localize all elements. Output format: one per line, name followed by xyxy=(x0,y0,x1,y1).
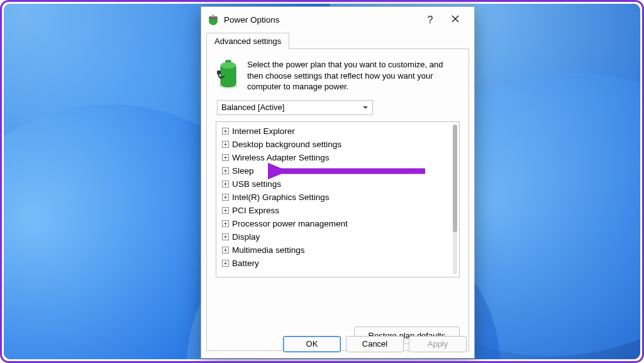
tree-item[interactable]: Wireless Adapter Settings xyxy=(222,151,457,164)
tree-item-label: Wireless Adapter Settings xyxy=(232,153,330,162)
close-button[interactable] xyxy=(441,11,469,30)
cancel-label: Cancel xyxy=(362,339,387,349)
window-title: Power Options xyxy=(224,15,280,25)
tree-item[interactable]: Multimedia settings xyxy=(222,243,457,257)
tab-label: Advanced settings xyxy=(214,36,281,46)
tree-item-label: Desktop background settings xyxy=(232,140,341,149)
tree-item-label: Multimedia settings xyxy=(232,245,305,255)
close-icon xyxy=(452,15,459,25)
tree-item[interactable]: Processor power management xyxy=(222,217,457,230)
svg-rect-2 xyxy=(213,14,214,17)
tab-panel: Select the power plan that you want to c… xyxy=(206,49,469,351)
tree-item[interactable]: Desktop background settings xyxy=(222,138,457,151)
expand-icon[interactable] xyxy=(222,194,229,201)
tree-item[interactable]: USB settings xyxy=(222,177,457,191)
svg-rect-5 xyxy=(217,70,221,74)
apply-button[interactable]: Apply xyxy=(409,336,467,352)
tree-item-label: PCI Express xyxy=(232,206,279,215)
help-button[interactable]: ? xyxy=(419,11,441,30)
expand-icon[interactable] xyxy=(222,260,229,267)
tab-strip: Advanced settings xyxy=(206,33,469,49)
tree-item-label: Sleep xyxy=(232,166,254,176)
tree-item-label: Battery xyxy=(232,259,259,268)
intro-text: Select the power plan that you want to c… xyxy=(247,59,458,92)
tree-item[interactable]: Display xyxy=(222,230,457,243)
power-plan-selected: Balanced [Active] xyxy=(221,103,284,112)
dialog-button-row: OK Cancel Apply xyxy=(201,330,474,358)
settings-tree[interactable]: Internet ExplorerDesktop background sett… xyxy=(216,121,460,277)
battery-icon xyxy=(217,59,240,89)
tree-item-label: Display xyxy=(232,232,260,242)
ok-button[interactable]: OK xyxy=(283,336,341,352)
expand-icon[interactable] xyxy=(222,128,229,135)
scrollbar[interactable] xyxy=(453,125,457,274)
tree-item[interactable]: Battery xyxy=(222,257,457,270)
cancel-button[interactable]: Cancel xyxy=(346,336,404,352)
tree-item-label: Internet Explorer xyxy=(232,126,295,136)
expand-icon[interactable] xyxy=(222,207,229,214)
apply-label: Apply xyxy=(428,339,448,349)
tree-item-label: USB settings xyxy=(232,179,281,189)
power-options-icon xyxy=(208,14,219,26)
tree-item[interactable]: Internet Explorer xyxy=(222,125,457,138)
power-options-dialog: Power Options ? Advanced settings xyxy=(201,6,475,359)
expand-icon[interactable] xyxy=(222,154,229,161)
power-plan-dropdown[interactable]: Balanced [Active] xyxy=(217,100,373,115)
tree-item[interactable]: Sleep xyxy=(222,164,457,177)
ok-label: OK xyxy=(306,339,318,349)
intro-block: Select the power plan that you want to c… xyxy=(217,59,458,92)
expand-icon[interactable] xyxy=(222,167,229,174)
tree-item[interactable]: Intel(R) Graphics Settings xyxy=(222,191,457,204)
scrollbar-thumb[interactable] xyxy=(453,125,457,232)
tab-advanced-settings[interactable]: Advanced settings xyxy=(206,33,289,49)
tree-item-label: Intel(R) Graphics Settings xyxy=(232,193,330,202)
expand-icon[interactable] xyxy=(222,233,229,240)
expand-icon[interactable] xyxy=(222,181,229,187)
svg-point-4 xyxy=(221,62,236,69)
expand-icon[interactable] xyxy=(222,141,229,148)
tree-item[interactable]: PCI Express xyxy=(222,204,457,217)
expand-icon[interactable] xyxy=(222,247,229,254)
expand-icon[interactable] xyxy=(222,220,229,227)
tree-item-label: Processor power management xyxy=(232,219,348,228)
titlebar[interactable]: Power Options ? xyxy=(201,7,474,33)
